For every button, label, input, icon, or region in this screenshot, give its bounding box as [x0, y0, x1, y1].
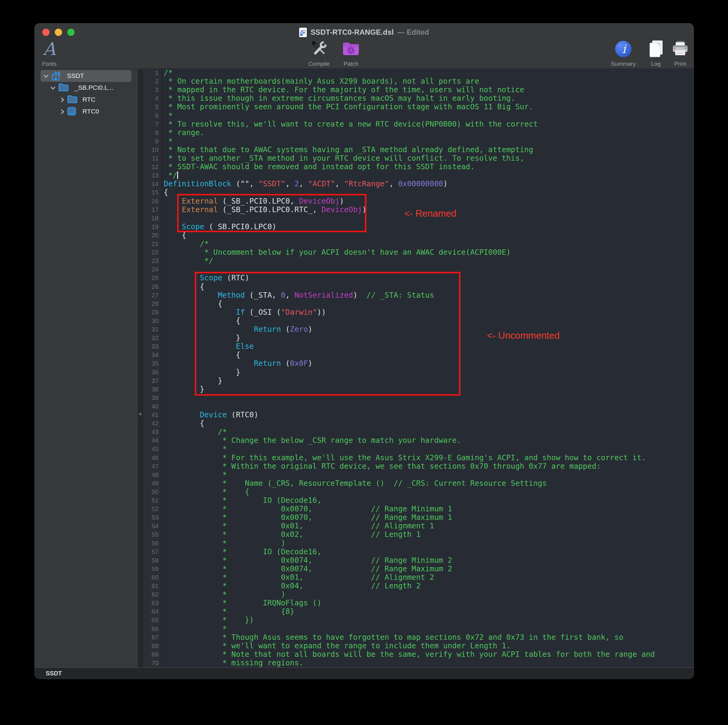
code-line[interactable]: * IO (Decode16,	[164, 548, 321, 556]
code-line[interactable]: * 0x01, // Alignment 1	[164, 522, 434, 530]
code-line[interactable]: * For this example, we'll use the Asus S…	[164, 454, 646, 462]
code-line[interactable]: * To resolve this, we'll want to create …	[164, 120, 538, 128]
fonts-button[interactable]: A Fonts	[35, 39, 69, 67]
code-line[interactable]: */	[164, 171, 178, 180]
code-line[interactable]: * range.	[164, 128, 204, 137]
code-line[interactable]: * Uncomment below if your ACPI doesn't h…	[164, 248, 511, 257]
code-line[interactable]: /*	[164, 428, 227, 436]
code-line[interactable]: Device (RTC0)	[164, 411, 258, 419]
splitter-grip[interactable]	[139, 413, 142, 416]
document-icon	[299, 28, 307, 37]
code-line[interactable]: * 0x01, // Alignment 2	[164, 573, 434, 582]
status-path: SSDT	[46, 670, 62, 677]
print-icon	[671, 39, 689, 60]
code-line[interactable]: * we'll want to expand the range to incl…	[164, 642, 511, 650]
tree-item-label: RTC	[83, 96, 96, 103]
code-line[interactable]: * IRQNoFlags ()	[164, 599, 321, 607]
fonts-label: Fonts	[42, 61, 57, 67]
status-bar: SSDT	[35, 667, 694, 679]
code-line[interactable]: *	[164, 137, 173, 145]
print-label: Print	[674, 61, 686, 67]
chevron-right-icon[interactable]	[59, 109, 66, 115]
code-line[interactable]: * Most prominently seen around the PCI C…	[164, 102, 533, 111]
code-line[interactable]: * {8}	[164, 607, 294, 616]
code-line[interactable]: * this issue though in extreme circumsta…	[164, 94, 515, 102]
chevron-down-icon[interactable]	[43, 73, 49, 80]
log-label: Log	[651, 61, 661, 67]
tree-item-label: RTC0	[83, 108, 99, 115]
code-line[interactable]: * 0x0074, // Range Maximum 2	[164, 564, 452, 573]
text-cursor	[177, 171, 178, 179]
code-line[interactable]: * {	[164, 488, 249, 496]
annotation-label-uncommented: <- Uncommented	[487, 330, 560, 341]
fonts-icon: A	[43, 39, 56, 60]
titlebar: SSDT-RTC0-RANGE.dsl — Edited	[35, 27, 694, 37]
summary-info-icon: i	[615, 39, 632, 60]
home-icon	[50, 71, 61, 81]
folder-icon	[58, 83, 69, 91]
code-line[interactable]: * Note that not all boards will be the s…	[164, 650, 655, 659]
pane-splitter[interactable]	[138, 69, 143, 667]
maciasl-window: SSDT-RTC0-RANGE.dsl — Edited A Fonts Com…	[35, 23, 694, 679]
sidebar-item-ssdt[interactable]: SSDT	[35, 70, 138, 82]
code-line[interactable]: * 0x0070, // Range Maximum 1	[164, 513, 452, 522]
window-edited-badge: — Edited	[398, 28, 429, 37]
code-line[interactable]: * 0x0074, // Range Minimum 2	[164, 556, 452, 564]
chevron-right-icon[interactable]	[59, 96, 66, 103]
code-line[interactable]: * mapped in the RTC device. For the majo…	[164, 86, 525, 94]
code-line[interactable]: *	[164, 112, 173, 120]
code-line[interactable]: * missing regions.	[164, 659, 303, 667]
code-line[interactable]: * 0x0070, // Range Minimum 1	[164, 505, 452, 513]
window-title: SSDT-RTC0-RANGE.dsl	[310, 28, 393, 37]
chevron-down-icon[interactable]	[50, 85, 56, 91]
sidebar-item--sb-pci0-l-[interactable]: _SB.PCI0.L...	[35, 82, 138, 94]
sidebar-item-rtc[interactable]: RTC	[35, 94, 138, 106]
annotation-box-uncommented	[195, 272, 460, 396]
code-line[interactable]: * })	[164, 616, 254, 624]
disclosure-chevron[interactable]	[43, 73, 49, 81]
disclosure-chevron[interactable]	[50, 85, 56, 93]
code-line[interactable]: * Though Asus seems to have forgotten to…	[164, 633, 623, 642]
patch-label: Patch	[344, 61, 358, 67]
tree-item-label: _SB.PCI0.L...	[75, 84, 113, 91]
sidebar-item-rtc0[interactable]: RTC0	[35, 106, 138, 118]
window-chrome: SSDT-RTC0-RANGE.dsl — Edited A Fonts Com…	[35, 23, 694, 69]
code-line[interactable]: */	[164, 257, 213, 265]
compile-label: Compile	[308, 61, 330, 67]
summary-label: Summary	[611, 61, 635, 67]
code-line[interactable]: * Within the original RTC device, we see…	[164, 462, 601, 471]
print-button[interactable]: Print	[661, 39, 694, 67]
code-line[interactable]: * SSDT-AWAC should be removed and instea…	[164, 162, 475, 171]
code-line[interactable]: * Note that due to AWAC systems having a…	[164, 145, 533, 154]
code-line[interactable]: * On certain motherboards(mainly Asus X2…	[164, 77, 479, 86]
code-line[interactable]: * )	[164, 539, 286, 548]
code-line[interactable]: * IO (Decode16,	[164, 496, 321, 505]
sidebar-tree: SSDT _SB.PCI0.L... RTC RTC0 Filter Tree	[35, 69, 138, 667]
code-line[interactable]: * 0x02, // Length 1	[164, 530, 421, 539]
code-line[interactable]: DefinitionBlock ("", "SSDT", 2, "ACDT", …	[164, 180, 448, 188]
compile-tools-icon	[309, 39, 329, 60]
code-line[interactable]: {	[164, 188, 168, 197]
patch-folder-icon	[341, 39, 360, 60]
tree-item-label: SSDT	[67, 72, 84, 80]
annotation-box-renamed	[177, 194, 366, 232]
disclosure-chevron[interactable]	[59, 109, 66, 116]
code-line[interactable]: /*	[164, 69, 173, 77]
code-line[interactable]: *	[164, 471, 227, 479]
disclosure-chevron[interactable]	[59, 96, 66, 104]
patch-button[interactable]: Patch	[331, 39, 371, 67]
code-line[interactable]: * to set another _STA method in your RTC…	[164, 154, 525, 162]
code-line[interactable]: /*	[164, 240, 209, 248]
code-line[interactable]: {	[164, 419, 204, 428]
device-icon	[67, 107, 76, 116]
code-line[interactable]: * Change the below _CSR range to match y…	[164, 436, 461, 445]
code-line[interactable]: * Name (_CRS, ResourceTemplate () // _CR…	[164, 479, 547, 488]
code-line[interactable]: *	[164, 445, 227, 453]
code-line[interactable]: * )	[164, 590, 286, 599]
code-line[interactable]: *	[164, 624, 227, 633]
annotation-label-renamed: <- Renamed	[404, 208, 456, 219]
code-line[interactable]: * 0x04, // Length 2	[164, 582, 421, 590]
folder-icon	[67, 95, 78, 103]
code-line[interactable]: {	[164, 231, 186, 240]
